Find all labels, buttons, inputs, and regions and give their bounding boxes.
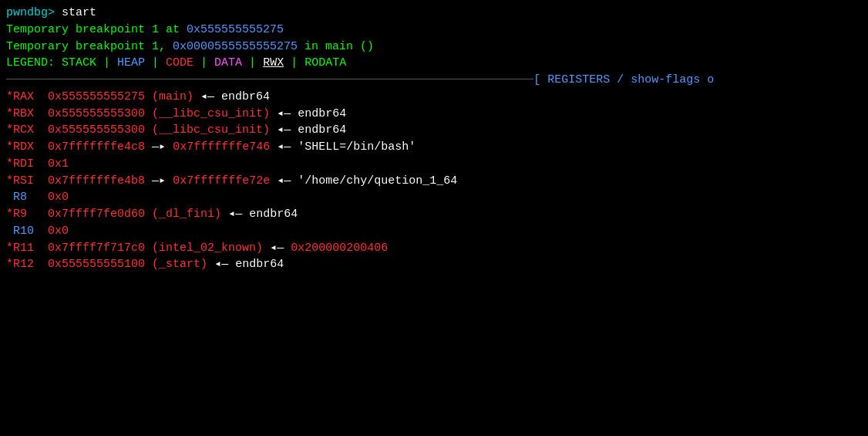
terminal-line-rdi: *RDI 0x1 bbox=[6, 156, 862, 173]
text-segment: CODE bbox=[166, 56, 193, 69]
text-segment: R9 bbox=[13, 208, 27, 221]
terminal-line-r11: *R11 0x7ffff7f717c0 (intel_02_known) ◂— … bbox=[6, 240, 862, 257]
terminal-output: pwndbg> startTemporary breakpoint 1 at 0… bbox=[6, 5, 862, 273]
text-segment: ◂— endbr64 bbox=[207, 258, 284, 271]
text-segment: RAX bbox=[13, 90, 34, 103]
text-segment: 0x555555555100 (_start) bbox=[48, 258, 207, 271]
text-segment: RBX bbox=[13, 107, 34, 120]
text-segment: 0x0000555555555275 bbox=[173, 40, 298, 53]
text-segment: 0x7fffffffe4b8 bbox=[48, 174, 145, 188]
terminal-line-rsi: *RSI 0x7fffffffe4b8 —▸ 0x7fffffffe72e ◂—… bbox=[6, 173, 862, 190]
text-segment: RDX bbox=[13, 140, 34, 154]
text-segment: * bbox=[6, 208, 13, 221]
terminal-line-bp2: Temporary breakpoint 1, 0x00005555555552… bbox=[6, 39, 862, 56]
text-segment: ◂— endbr64 bbox=[221, 208, 298, 221]
text-segment: * bbox=[6, 174, 13, 188]
terminal-line-cmd-line: pwndbg> start bbox=[6, 5, 862, 22]
text-segment: 0x7ffff7fe0d60 (_dl_fini) bbox=[48, 208, 221, 221]
text-segment: ◂— endbr64 bbox=[193, 90, 270, 103]
text-segment: 0x555555555275 (main) bbox=[48, 90, 193, 103]
text-segment bbox=[34, 258, 48, 271]
text-segment: 0x555555555275 bbox=[187, 23, 284, 36]
text-segment: —▸ bbox=[145, 140, 173, 154]
terminal-line-r10: R10 0x0 bbox=[6, 223, 862, 240]
text-segment bbox=[6, 225, 13, 238]
text-segment bbox=[34, 225, 48, 238]
text-segment: * bbox=[6, 107, 13, 120]
text-segment: 0x7ffff7f717c0 (intel_02_known) bbox=[48, 242, 263, 255]
text-segment bbox=[34, 123, 48, 137]
terminal-line-bp1: Temporary breakpoint 1 at 0x555555555275 bbox=[6, 22, 862, 39]
text-segment: | bbox=[145, 56, 166, 69]
text-segment: ◂— endbr64 bbox=[270, 123, 346, 137]
text-segment: 0x555555555300 (__libc_csu_init) bbox=[48, 123, 270, 137]
text-segment: 0x200000200406 bbox=[291, 242, 388, 255]
text-segment: RWX bbox=[263, 56, 284, 69]
terminal-line-legend: LEGEND: STACK | HEAP | CODE | DATA | RWX… bbox=[6, 55, 862, 72]
text-segment: DATA bbox=[214, 56, 242, 69]
text-segment: start bbox=[62, 6, 96, 19]
divider-dashes: ────────────────────────────────────────… bbox=[6, 72, 533, 89]
text-segment: R12 bbox=[13, 258, 34, 271]
text-segment: 0x1 bbox=[48, 157, 69, 171]
text-segment: Temporary breakpoint 1 at bbox=[6, 23, 187, 36]
text-segment: 0x7fffffffe746 bbox=[173, 140, 270, 154]
text-segment bbox=[27, 191, 48, 204]
terminal-line-r12: *R12 0x555555555100 (_start) ◂— endbr64 bbox=[6, 256, 862, 273]
text-segment: | RODATA bbox=[284, 56, 346, 69]
terminal-line-rcx: *RCX 0x555555555300 (__libc_csu_init) ◂—… bbox=[6, 122, 862, 139]
text-segment: RCX bbox=[13, 123, 34, 137]
text-segment bbox=[27, 208, 48, 221]
text-segment: Temporary breakpoint 1, bbox=[6, 40, 173, 53]
text-segment: | bbox=[242, 56, 263, 69]
text-segment: R10 bbox=[13, 225, 34, 238]
text-segment bbox=[34, 90, 48, 103]
terminal-line-r9: *R9 0x7ffff7fe0d60 (_dl_fini) ◂— endbr64 bbox=[6, 206, 862, 223]
text-segment: * bbox=[6, 258, 13, 271]
text-segment: * bbox=[6, 140, 13, 154]
text-segment: 0x7fffffffe72e bbox=[173, 174, 270, 188]
text-segment: in main () bbox=[298, 40, 374, 53]
text-segment: RSI bbox=[13, 174, 34, 188]
terminal-line-rdx: *RDX 0x7fffffffe4c8 —▸ 0x7fffffffe746 ◂—… bbox=[6, 139, 862, 156]
text-segment: * bbox=[6, 157, 13, 171]
text-segment: 0x7fffffffe4c8 bbox=[48, 140, 145, 154]
text-segment: —▸ bbox=[145, 174, 173, 188]
text-segment: ◂— '/home/chy/quetion_1_64 bbox=[270, 174, 457, 188]
text-segment: 0x0 bbox=[48, 225, 69, 238]
text-segment: ◂— endbr64 bbox=[270, 107, 346, 120]
terminal-line-r8: R8 0x0 bbox=[6, 189, 862, 206]
text-segment: * bbox=[6, 242, 13, 255]
text-segment: pwndbg> bbox=[6, 6, 62, 19]
text-segment: ◂— bbox=[263, 242, 291, 255]
terminal-line-rax: *RAX 0x555555555275 (main) ◂— endbr64 bbox=[6, 89, 862, 106]
text-segment: R11 bbox=[13, 242, 34, 255]
text-segment bbox=[34, 174, 48, 188]
text-segment: 0x555555555300 (__libc_csu_init) bbox=[48, 107, 270, 120]
text-segment bbox=[34, 140, 48, 154]
text-segment: 0x0 bbox=[48, 191, 69, 204]
text-segment: R8 bbox=[13, 191, 27, 204]
terminal-line-rbx: *RBX 0x555555555300 (__libc_csu_init) ◂—… bbox=[6, 106, 862, 123]
text-segment bbox=[34, 242, 48, 255]
text-segment: * bbox=[6, 123, 13, 137]
text-segment: | bbox=[193, 56, 214, 69]
text-segment bbox=[34, 157, 48, 171]
text-segment bbox=[34, 107, 48, 120]
text-segment: LEGEND: STACK | bbox=[6, 56, 117, 69]
divider-line: ────────────────────────────────────────… bbox=[6, 72, 862, 89]
divider-label: [ REGISTERS / show-flags o bbox=[533, 72, 714, 89]
text-segment: * bbox=[6, 90, 13, 103]
text-segment bbox=[6, 191, 13, 204]
text-segment: ◂— 'SHELL=/bin/bash' bbox=[270, 140, 415, 154]
text-segment: HEAP bbox=[117, 56, 145, 69]
text-segment: RDI bbox=[13, 157, 34, 171]
